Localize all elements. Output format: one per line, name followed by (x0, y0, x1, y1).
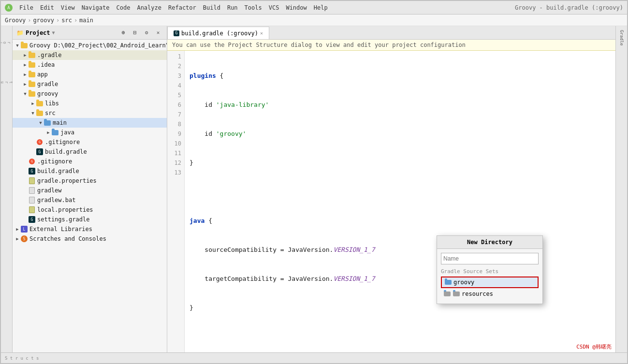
dialog-title: New Directory (437, 236, 542, 249)
left-sidebar: Proj Struc (1, 26, 13, 352)
code-line-7: sourceCompatibility = JavaVersion.VERSIO… (190, 245, 611, 255)
code-line-9: } (190, 303, 611, 313)
dialog-item-resources-label: resources (462, 291, 493, 297)
sync-btn[interactable]: ⊕ (118, 28, 128, 38)
breadcrumb-item-0[interactable]: Groovy (5, 17, 26, 24)
panel-toolbar: ⊕ ⊟ ⚙ ✕ (118, 28, 163, 38)
breadcrumb-item-1[interactable]: groovy (33, 17, 54, 24)
info-bar: You can use the Project Structure dialog… (167, 40, 615, 51)
tree-item-gitignore-groovy[interactable]: ▶ G .gitignore (13, 137, 167, 147)
breadcrumb-item-3[interactable]: main (79, 17, 93, 24)
tab-close-btn[interactable]: ✕ (260, 30, 263, 36)
tree-item-external-libs[interactable]: ▶ L External Libraries (13, 224, 167, 234)
folder-icon-resources2 (453, 291, 460, 296)
content-area: Proj Struc 📁 Project ▼ ⊕ ⊟ ⚙ ✕ ▼ (1, 26, 627, 352)
panel-header: 📁 Project ▼ ⊕ ⊟ ⚙ ✕ (13, 26, 167, 40)
settings-btn[interactable]: ⚙ (142, 28, 151, 38)
dialog-item-groovy-label: groovy (453, 279, 474, 286)
line-numbers: 1 2 3 4 5 6 7 8 9 10 11 12 13 (167, 51, 185, 352)
menu-bar: File Edit View Navigate Code Analyze Ref… (16, 3, 331, 12)
tree-item-gradle-properties[interactable]: ▶ gradle.properties (13, 176, 167, 186)
panel-title-text: Project (26, 29, 50, 36)
tree-item-buildgradle-root[interactable]: ▶ G build.gradle (13, 166, 167, 176)
menu-help[interactable]: Help (311, 3, 331, 12)
app-icon: A (5, 4, 13, 12)
menu-view[interactable]: View (58, 3, 78, 12)
menu-code[interactable]: Code (114, 3, 133, 12)
folder-icon-resources (444, 291, 451, 296)
menu-window[interactable]: Window (283, 3, 309, 12)
code-line-2: id 'java-library' (190, 100, 611, 110)
new-directory-dialog: New Directory Gradle Source Sets groovy … (437, 235, 543, 304)
menu-navigate[interactable]: Navigate (79, 3, 113, 12)
window-title: Groovy - build.gradle (:groovy) (515, 4, 623, 11)
tree-item-gradlew[interactable]: ▶ gradlew (13, 186, 167, 195)
dialog-item-resources[interactable]: resources (441, 288, 539, 300)
info-text: You can use the Project Structure dialog… (172, 42, 466, 48)
menu-refactor[interactable]: Refactor (165, 3, 199, 12)
tree-item-app[interactable]: ▶ app (13, 70, 167, 79)
dialog-container: New Directory Gradle Source Sets groovy … (437, 235, 543, 304)
menu-file[interactable]: File (16, 3, 36, 12)
dialog-body: Gradle Source Sets groovy resources (437, 249, 542, 304)
code-line-4: } (190, 158, 611, 168)
code-editor[interactable]: 1 2 3 4 5 6 7 8 9 10 11 12 13 plugins { (167, 51, 615, 352)
project-tree[interactable]: ▼ Groovy D:\002_Project\002_Android_Lear… (13, 40, 167, 352)
menu-analyze[interactable]: Analyze (134, 3, 164, 12)
menu-edit[interactable]: Edit (37, 3, 57, 12)
tree-item-src[interactable]: ▼ src (13, 108, 167, 118)
project-panel: 📁 Project ▼ ⊕ ⊟ ⚙ ✕ ▼ Groovy D:\002_Proj… (13, 26, 167, 352)
code-line-6: java { (190, 216, 611, 226)
code-line-8: targetCompatibility = JavaVersion.VERSIO… (190, 274, 611, 284)
editor-tab[interactable]: G build.gradle (:groovy) ✕ (167, 27, 269, 39)
code-line-10 (190, 332, 611, 342)
breadcrumb: Groovy › groovy › src › main (1, 15, 627, 26)
directory-name-input[interactable] (441, 253, 539, 264)
tree-item-gradle[interactable]: ▶ gradle (13, 79, 167, 89)
tree-item-libs[interactable]: ▶ libs (13, 99, 167, 108)
tree-item-gradlew-bat[interactable]: ▶ gradlew.bat (13, 195, 167, 205)
tab-gradle-icon: G (174, 30, 179, 36)
main-window: A File Edit View Navigate Code Analyze R… (0, 0, 628, 364)
editor-area: G build.gradle (:groovy) ✕ You can use t… (167, 26, 615, 352)
tree-item-groovy[interactable]: ▼ groovy (13, 89, 167, 99)
sidebar-icon-0[interactable]: Proj (2, 28, 12, 57)
right-sidebar: Gradle (615, 26, 627, 352)
menu-vcs[interactable]: VCS (266, 3, 282, 12)
tree-item-gradle-hidden[interactable]: ▶ .gradle (13, 50, 167, 60)
dialog-item-groovy[interactable]: groovy (441, 277, 539, 288)
tree-item-gitignore-root[interactable]: ▶ G .gitignore (13, 157, 167, 166)
code-content[interactable]: plugins { id 'java-library' id 'groovy' … (185, 51, 615, 352)
panel-title: 📁 (16, 29, 24, 36)
tree-item-java[interactable]: ▶ java (13, 128, 167, 137)
title-bar: A File Edit View Navigate Code Analyze R… (1, 1, 627, 15)
sidebar-icon-1[interactable]: Struc (2, 68, 12, 97)
tree-item-local-properties[interactable]: ▶ local.properties (13, 205, 167, 215)
tab-label: build.gradle (:groovy) (181, 30, 258, 37)
tree-item-buildgradle-groovy[interactable]: ▶ G build.gradle (13, 147, 167, 157)
tab-bar: G build.gradle (:groovy) ✕ (167, 26, 615, 40)
folder-icon-groovy (445, 280, 452, 285)
close-panel-btn[interactable]: ✕ (153, 28, 163, 38)
menu-run[interactable]: Run (224, 3, 241, 12)
tree-item-groovy-root[interactable]: ▼ Groovy D:\002_Project\002_Android_Lear… (13, 41, 167, 50)
right-icon-gradle[interactable]: Gradle (617, 28, 627, 47)
code-line-3: id 'groovy' (190, 129, 611, 139)
breadcrumb-item-2[interactable]: src (61, 17, 72, 24)
code-line-1: plugins { (190, 71, 611, 81)
watermark: CSDN @韩曙亮 (576, 343, 612, 350)
status-bar: S t r u c t s (1, 352, 627, 363)
collapse-btn[interactable]: ⊟ (130, 28, 140, 38)
tree-item-main[interactable]: ▼ main (13, 118, 167, 128)
tree-item-idea[interactable]: ▶ .idea (13, 60, 167, 70)
dialog-section-label: Gradle Source Sets (441, 268, 539, 275)
menu-build[interactable]: Build (200, 3, 223, 12)
menu-tools[interactable]: Tools (242, 3, 265, 12)
code-line-5 (190, 187, 611, 197)
tree-item-settings-gradle[interactable]: ▶ G settings.gradle (13, 215, 167, 224)
tree-item-scratches[interactable]: ▶ S Scratches and Consoles (13, 234, 167, 244)
status-text: S t r u c t s (5, 356, 39, 361)
